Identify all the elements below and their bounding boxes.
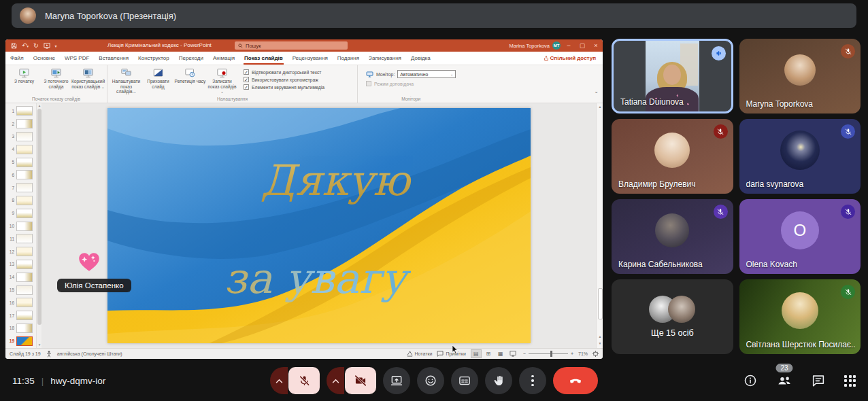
slide-thumb-image[interactable] xyxy=(16,336,33,346)
participant-tile[interactable]: daria svynarova xyxy=(739,119,861,194)
slide-thumbnail-1[interactable]: 1 xyxy=(7,105,36,118)
from-current-slide-button[interactable]: З поточного слайда xyxy=(40,67,72,89)
slide-sorter-view-button[interactable]: ⊞ xyxy=(483,349,494,358)
record-slideshow-button[interactable]: Записати показ слайдів xyxy=(206,67,238,94)
save-icon[interactable] xyxy=(11,43,17,49)
slide-thumbnail-7[interactable]: 7 xyxy=(7,181,36,194)
thumbnail-scrollbar[interactable]: ▲ ▼ xyxy=(36,103,41,348)
zoom-out-icon[interactable]: − xyxy=(523,351,526,356)
scroll-up-icon[interactable]: ▲ xyxy=(597,103,603,110)
slide-thumb-image[interactable] xyxy=(16,106,33,116)
ppt-tab-wps-pdf[interactable]: WPS PDF xyxy=(60,52,94,65)
customize-toolbar-icon[interactable]: ▾ xyxy=(55,43,57,48)
ppt-share-button[interactable]: Спільний доступ xyxy=(536,52,603,65)
minimize-button[interactable]: – xyxy=(562,39,575,52)
ppt-tab-показ-слайдів[interactable]: Показ слайдів xyxy=(239,52,288,65)
ppt-tab-файл[interactable]: Файл xyxy=(5,52,29,65)
slideshow-view-button[interactable] xyxy=(507,349,518,358)
slide-thumb-image[interactable] xyxy=(16,170,33,179)
participant-tile[interactable]: Tatiana Duiunova xyxy=(612,39,733,114)
slide-thumbnail-15[interactable]: 15 xyxy=(7,283,36,296)
current-slide[interactable]: Дякую за увагу xyxy=(107,108,531,343)
slide-thumb-image[interactable] xyxy=(16,209,33,218)
chat-button[interactable] xyxy=(811,373,826,388)
captions-button[interactable] xyxy=(451,367,478,394)
slide-thumbnail-18[interactable]: 18 xyxy=(7,322,36,335)
timings-checkbox[interactable]: ✓Використовувати хронометраж xyxy=(244,77,324,82)
slide-thumbnail-2[interactable]: 2 xyxy=(7,118,36,130)
notes-toggle[interactable]: Нотатки xyxy=(407,351,433,357)
slide-thumb-image[interactable] xyxy=(16,158,33,167)
participant-tile[interactable]: OOlena Kovach xyxy=(739,199,861,274)
camera-options-chevron[interactable] xyxy=(327,367,344,394)
slide-thumbnail-17[interactable]: 17 xyxy=(7,309,36,322)
slide-thumbnail-9[interactable]: 9 xyxy=(7,207,36,220)
present-button[interactable] xyxy=(383,367,410,394)
ppt-tab-довідка[interactable]: Довідка xyxy=(406,52,435,65)
reactions-button[interactable] xyxy=(417,367,444,394)
normal-view-button[interactable]: ▤ xyxy=(471,349,482,358)
slide-thumbnail-11[interactable]: 11 xyxy=(7,232,36,245)
slide-thumb-image[interactable] xyxy=(16,196,33,205)
reading-view-button[interactable]: ▦ xyxy=(495,349,506,358)
slide-thumb-image[interactable] xyxy=(16,298,33,307)
ppt-tab-вставлення[interactable]: Вставлення xyxy=(94,52,133,65)
ppt-tab-переходи[interactable]: Переходи xyxy=(174,52,208,65)
ppt-tab-рецензування[interactable]: Рецензування xyxy=(288,52,333,65)
mic-options-chevron[interactable] xyxy=(270,367,288,394)
slide-thumbnail-8[interactable]: 8 xyxy=(7,194,36,207)
slide-thumb-image[interactable] xyxy=(16,132,33,141)
ppt-search-box[interactable]: Пошук xyxy=(235,41,348,50)
accessibility-icon[interactable] xyxy=(46,351,52,358)
meeting-details-button[interactable] xyxy=(743,373,758,388)
slide-thumbnail-6[interactable]: 6 xyxy=(7,169,36,181)
slide-thumb-image[interactable] xyxy=(16,247,33,256)
slide-thumbnail-4[interactable]: 4 xyxy=(7,143,36,156)
slide-thumbnail-13[interactable]: 13 xyxy=(7,258,36,271)
slide-thumb-image[interactable] xyxy=(16,324,33,333)
ppt-tab-анімація[interactable]: Анімація xyxy=(208,52,239,65)
from-beginning-button[interactable]: З початку xyxy=(8,67,40,84)
leave-call-button[interactable] xyxy=(553,367,598,394)
slide-thumb-image[interactable] xyxy=(16,311,33,320)
rehearse-timings-button[interactable]: Репетиція часу xyxy=(174,67,206,84)
slide-thumb-image[interactable] xyxy=(16,222,33,231)
slide-thumbnail-3[interactable]: 3 xyxy=(7,130,36,143)
custom-slideshow-button[interactable]: Користувацький показ слайдів xyxy=(72,67,104,89)
presenter-view-checkbox[interactable]: ✓Режим доповідача xyxy=(366,81,456,86)
slide-thumb-image[interactable] xyxy=(16,119,33,128)
close-button[interactable]: × xyxy=(589,39,603,52)
zoom-slider[interactable]: − + xyxy=(523,351,573,356)
monitor-dropdown[interactable]: Автоматично⌄ xyxy=(397,70,456,78)
ppt-account[interactable]: Marina Toporkova MT xyxy=(510,39,561,52)
participants-button[interactable]: 23 xyxy=(776,372,792,389)
participant-tile[interactable]: Maryna Toporkova xyxy=(739,39,861,114)
restore-button[interactable]: ▢ xyxy=(575,39,589,52)
slide-thumbnail-panel[interactable]: 12345678910111213141516171819 xyxy=(5,103,36,348)
slide-thumb-image[interactable] xyxy=(16,234,33,243)
ppt-tab-конструктор[interactable]: Конструктор xyxy=(133,52,174,65)
slide-thumbnail-10[interactable]: 10 xyxy=(7,220,36,232)
fit-to-window-icon[interactable] xyxy=(592,351,599,357)
slide-scrollbar[interactable]: ▲ ▲ ▼ xyxy=(596,103,603,348)
setup-slideshow-button[interactable]: Налаштувати показ слайдів... xyxy=(110,67,142,94)
slide-thumbnail-16[interactable]: 16 xyxy=(7,296,36,309)
undo-icon[interactable]: ↶▾ xyxy=(22,42,29,49)
mic-muted-button[interactable] xyxy=(288,367,320,394)
slide-thumbnail-5[interactable]: 5 xyxy=(7,156,36,169)
language-indicator[interactable]: англійська (Сполучені Штати) xyxy=(57,351,122,356)
slide-thumb-image[interactable] xyxy=(16,183,33,192)
slide-thumbnail-19[interactable]: 19 xyxy=(7,334,36,347)
media-controls-checkbox[interactable]: ✓Елементи керування мультимедіа xyxy=(244,84,324,90)
slide-thumbnail-12[interactable]: 12 xyxy=(7,245,36,258)
camera-off-button[interactable] xyxy=(345,367,376,394)
previous-slide-icon[interactable]: ▲ xyxy=(597,333,603,340)
slide-thumb-image[interactable] xyxy=(16,145,33,154)
zoom-level[interactable]: 71% xyxy=(578,351,588,356)
ppt-tab-основне[interactable]: Основне xyxy=(29,52,60,65)
collapse-ribbon-icon[interactable]: ⌄ xyxy=(594,88,599,94)
raise-hand-button[interactable] xyxy=(485,367,512,394)
ppt-tab-подання[interactable]: Подання xyxy=(333,52,364,65)
next-slide-icon[interactable]: ▼ xyxy=(597,340,603,347)
slide-thumbnail-14[interactable]: 14 xyxy=(7,271,36,283)
